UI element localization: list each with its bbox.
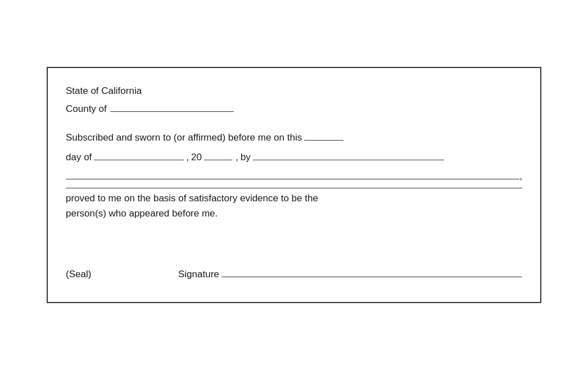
county-line: County of [66,101,522,116]
name-continued-field[interactable] [66,168,519,179]
signature-label: Signature [178,269,219,280]
subscribed-line3: , [66,168,522,186]
comma2: , [236,149,238,166]
bottom-section: (Seal) Signature [66,266,522,280]
trailing-comma: , [519,168,522,186]
comma1: , [186,149,189,166]
proved-line2: person(s) who appeared before me. [66,206,522,221]
proved-line1: proved to me on the basis of satisfactor… [66,191,522,206]
notary-block: State of California County of Subscribed… [47,67,541,303]
subscribed-section: Subscribed and sworn to (or affirmed) be… [66,129,522,186]
subscribed-line2: day of , 20 , by [66,149,522,166]
day-label: day of [66,149,92,166]
by-label: by [241,149,251,166]
month-field[interactable] [94,149,184,160]
signature-field[interactable] [221,266,522,277]
county-label: County of [66,102,107,116]
year-prefix: 20 [191,149,202,166]
proved-section: proved to me on the basis of satisfactor… [66,188,522,221]
subscribed-text: Subscribed and sworn to (or affirmed) be… [66,129,302,147]
subscribed-line1: Subscribed and sworn to (or affirmed) be… [66,129,522,147]
day-number-field[interactable] [304,129,343,141]
signature-row: Signature [178,266,522,280]
seal-label: (Seal) [66,269,178,280]
year-field[interactable] [204,149,232,160]
name-field[interactable] [253,149,444,160]
county-field[interactable] [110,101,234,112]
state-line: State of California [66,84,522,98]
